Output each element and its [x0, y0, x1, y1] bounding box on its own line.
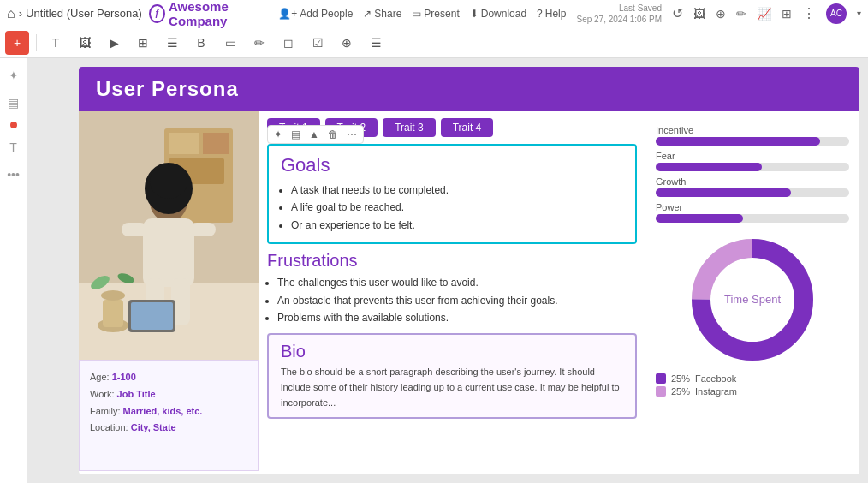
svg-point-18: [101, 290, 125, 301]
link-tool-button[interactable]: ⊕: [335, 31, 359, 55]
delete-icon[interactable]: 🗑: [325, 128, 341, 141]
svg-rect-10: [122, 223, 147, 236]
breadcrumb-separator: ›: [19, 7, 22, 20]
svg-rect-11: [190, 223, 216, 236]
home-icon[interactable]: ⌂: [7, 6, 15, 21]
fear-label: Fear: [656, 151, 849, 161]
donut-label: Time Spent: [724, 293, 781, 307]
side-panel: ✦ ▤ T •••: [0, 58, 27, 483]
power-fill: [656, 214, 743, 223]
power-label: Power: [656, 202, 849, 212]
more-options-icon[interactable]: ⋯: [344, 128, 360, 141]
frustrations-section: Frustrations The challenges this user wo…: [267, 251, 637, 326]
incentive-label: Incentive: [656, 125, 849, 135]
move-up-icon[interactable]: ▲: [306, 128, 322, 141]
topbar: ⌂ › Untitled (User Persona) ƒ Awesome Co…: [0, 0, 868, 27]
sparkle-tool[interactable]: ✦: [3, 65, 24, 86]
persona-photo: [79, 111, 259, 360]
undo-icon[interactable]: ↺: [672, 5, 683, 21]
slide-header: User Persona: [79, 67, 859, 111]
trait-3-button[interactable]: Trait 3: [383, 118, 436, 137]
goals-toolbar: ✦ ▤ ▲ 🗑 ⋯: [267, 125, 364, 144]
layout-icon[interactable]: ⊞: [782, 7, 792, 21]
persona-info-box: Age: 1-100 Work: Job Title Family: Marri…: [79, 360, 259, 471]
add-people-button[interactable]: 👤+ Add People: [278, 8, 353, 20]
pen-tool-button[interactable]: ✏: [247, 31, 271, 55]
main-area: ✦ ▤ T ••• User Persona: [0, 58, 868, 483]
main-toolbar: + T 🖼 ▶ ⊞ ☰ B ▭ ✏ ◻ ☑ ⊕ ☰: [0, 27, 868, 58]
image-icon[interactable]: 🖼: [693, 7, 705, 21]
save-info: Last Saved Sep 27, 2024 1:06 PM: [576, 3, 662, 25]
share-button[interactable]: ↗ Share: [363, 8, 401, 20]
legend-name-instagram: Instagram: [695, 386, 737, 397]
present-icon: ▭: [412, 8, 421, 20]
download-icon: ⬇: [470, 8, 479, 20]
text-tool-button[interactable]: T: [44, 31, 68, 55]
list-tool-button[interactable]: ☰: [160, 31, 184, 55]
present-button[interactable]: ▭ Present: [412, 8, 459, 20]
slide: User Persona: [79, 67, 859, 474]
trait-4-button[interactable]: Trait 4: [441, 118, 494, 137]
download-button[interactable]: ⬇ Download: [470, 8, 526, 20]
table-tool-button[interactable]: ⊞: [131, 31, 155, 55]
goals-box: Goals A task that needs to be completed.…: [267, 144, 637, 244]
goals-list: A task that needs to be completed. A lif…: [281, 182, 623, 234]
user-avatar[interactable]: AC: [826, 3, 847, 24]
legend-item-instagram: 25% Instagram: [656, 386, 849, 397]
add-element-button[interactable]: +: [5, 31, 29, 55]
alt-icon[interactable]: ⊕: [716, 7, 726, 21]
text-side-tool[interactable]: T: [3, 137, 24, 158]
frustrations-title: Frustrations: [267, 251, 637, 271]
work-label: Work:: [90, 389, 117, 399]
share-icon: ↗: [363, 8, 372, 20]
location-value: City, State: [131, 422, 176, 432]
layers-tool[interactable]: ▤: [3, 92, 24, 113]
stats-bars: Incentive Fear Growth Power: [656, 125, 849, 223]
grid-icon[interactable]: ▤: [288, 128, 303, 141]
legend-item-facebook: 25% Facebook: [656, 373, 849, 384]
bold-tool-button[interactable]: B: [189, 31, 213, 55]
breadcrumb-area: ⌂ › Untitled (User Persona): [7, 6, 142, 21]
layout-tool-button[interactable]: ☰: [364, 31, 388, 55]
brand-area: ƒ Awesome Company: [149, 0, 271, 28]
more-side-tool[interactable]: •••: [3, 164, 24, 185]
goal-item-3: Or an experience to be felt.: [291, 217, 623, 234]
age-info: Age: 1-100: [90, 369, 247, 386]
bio-title: Bio: [281, 342, 623, 361]
frame-tool-button[interactable]: ◻: [276, 31, 300, 55]
canvas[interactable]: User Persona: [27, 58, 868, 483]
frustration-item-1: The challenges this user would like to a…: [277, 274, 637, 291]
bio-text: The bio should be a short paragraph desc…: [281, 365, 623, 410]
more-icon[interactable]: ⋮: [802, 5, 816, 21]
check-tool-button[interactable]: ☑: [306, 31, 330, 55]
draw-icon[interactable]: ✏: [736, 7, 746, 21]
persona-mid-col: Trait 1 Trait 2 Trait 3 Trait 4 ✦ ▤ ▲ 🗑 …: [259, 111, 645, 471]
brand-icon: ƒ: [149, 4, 165, 23]
shape-tool-button[interactable]: ▭: [218, 31, 242, 55]
work-value: Job Title: [117, 389, 156, 399]
help-button[interactable]: ? Help: [537, 8, 566, 20]
chart-legend: 25% Facebook 25% Instagram: [656, 373, 849, 397]
legend-dot-instagram: [656, 386, 666, 397]
incentive-track: [656, 137, 849, 146]
image-tool-button[interactable]: 🖼: [73, 31, 97, 55]
svg-point-15: [150, 164, 187, 199]
goal-item-1: A task that needs to be completed.: [291, 182, 623, 199]
chart-icon[interactable]: 📈: [757, 7, 771, 21]
topbar-actions: 👤+ Add People ↗ Share ▭ Present ⬇ Downlo…: [278, 3, 861, 25]
work-info: Work: Job Title: [90, 386, 247, 403]
family-info: Family: Married, kids, etc.: [90, 403, 247, 420]
svg-rect-4: [203, 133, 229, 154]
video-tool-button[interactable]: ▶: [102, 31, 126, 55]
account-chevron-icon[interactable]: ▾: [857, 9, 861, 18]
age-value: 1-100: [112, 372, 136, 382]
legend-name-facebook: Facebook: [695, 373, 736, 384]
add-people-icon: 👤+: [278, 8, 297, 20]
document-title[interactable]: Untitled (User Persona): [26, 7, 142, 20]
incentive-fill: [656, 137, 820, 146]
brand-name: Awesome Company: [169, 0, 271, 28]
svg-rect-7: [143, 218, 194, 287]
goals-title: Goals: [281, 154, 623, 176]
help-icon: ?: [537, 8, 543, 20]
paint-icon[interactable]: ✦: [271, 128, 285, 141]
